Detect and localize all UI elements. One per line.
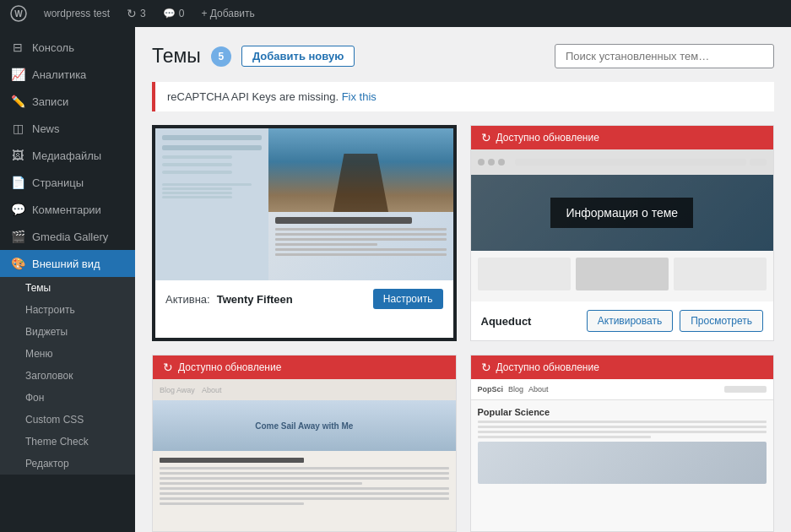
site-name[interactable]: wordpress test xyxy=(41,8,113,19)
analytics-icon: 📈 xyxy=(10,68,25,81)
pages-icon: 📄 xyxy=(10,176,25,189)
page-header: Темы 5 Добавить новую xyxy=(152,44,774,68)
svg-text:W: W xyxy=(14,9,23,19)
dashboard-icon: ⊟ xyxy=(10,41,25,54)
sidebar-item-analitika[interactable]: 📈 Аналитика xyxy=(0,61,135,88)
sidebar-item-media[interactable]: 🖼 Медиафайлы xyxy=(0,142,135,169)
preview-aqueduct-button[interactable]: Просмотреть xyxy=(680,310,763,332)
wp-logo-button[interactable]: W xyxy=(7,5,30,22)
sail-preview: Blog Away About Come Sail Away with Me xyxy=(153,379,456,531)
page-title: Темы xyxy=(152,45,201,68)
theme-card-sail: ↻ Доступно обновление Blog Away About Co… xyxy=(152,355,457,532)
sidebar-item-zapisi[interactable]: ✏️ Записи xyxy=(0,88,135,115)
theme-card-aqueduct: ↻ Доступно обновление Информация о xyxy=(470,125,775,341)
sidebar-item-news[interactable]: ◫ News xyxy=(0,115,135,142)
submenu-redaktor[interactable]: Редактор xyxy=(0,453,135,475)
sidebar-item-pages[interactable]: 📄 Страницы xyxy=(0,169,135,196)
theme-card-twenty-fifteen: Активна: Twenty Fifteen Настроить xyxy=(152,125,457,341)
update-banner-popsc: ↻ Доступно обновление xyxy=(471,356,774,379)
submenu-menyu[interactable]: Меню xyxy=(0,343,135,365)
submenu-fon[interactable]: Фон xyxy=(0,387,135,409)
update-banner-aqueduct: ↻ Доступно обновление xyxy=(471,126,774,149)
preview-sidebar xyxy=(155,128,268,280)
theme-name-aqueduct: Aqueduct xyxy=(481,315,580,328)
notice-bar: reCAPTCHA API Keys are missing. Fix this xyxy=(152,82,774,111)
aqueduct-footer: Aqueduct Активировать Просмотреть xyxy=(471,301,774,340)
refresh-icon-popsc: ↻ xyxy=(481,361,491,374)
submenu-custom-css[interactable]: Custom CSS xyxy=(0,409,135,431)
aqueduct-slider: Информация о теме xyxy=(471,175,774,251)
fix-this-link[interactable]: Fix this xyxy=(342,90,377,103)
sidebar: ⊟ Консоль 📈 Аналитика ✏️ Записи ◫ News 🖼… xyxy=(0,27,135,532)
add-new-button[interactable]: Добавить новую xyxy=(241,46,355,67)
twenty-fifteen-footer: Активна: Twenty Fifteen Настроить xyxy=(155,280,453,318)
submenu-theme-check[interactable]: Theme Check xyxy=(0,431,135,453)
main-content: Темы 5 Добавить новую reCAPTCHA API Keys… xyxy=(135,27,791,532)
refresh-icon-sail: ↻ xyxy=(163,361,173,374)
theme-card-popular-science: ↻ Доступно обновление PopSci Blog About … xyxy=(470,355,775,532)
theme-count-badge: 5 xyxy=(211,46,231,67)
popsc-image xyxy=(478,442,767,484)
active-label: Активна: xyxy=(165,293,210,306)
submenu-vidzhety[interactable]: Виджеты xyxy=(0,321,135,343)
appearance-icon: 🎨 xyxy=(10,257,25,270)
updates-icon: ↻ xyxy=(127,7,137,20)
aqueduct-preview: Информация о теме xyxy=(471,149,774,301)
gmedia-icon: 🎬 xyxy=(10,230,25,243)
appearance-submenu: Темы Настроить Виджеты Меню Заголовок Фо… xyxy=(0,277,135,475)
comments-menu-icon: 💬 xyxy=(10,203,25,216)
submenu-nastroit[interactable]: Настроить xyxy=(0,299,135,321)
sail-hero-text: Come Sail Away with Me xyxy=(255,421,353,431)
comments-button[interactable]: 💬 0 xyxy=(160,8,188,19)
top-bar: W wordpress test ↻ 3 💬 0 + Добавить xyxy=(0,0,791,27)
updates-button[interactable]: ↻ 3 xyxy=(123,7,149,20)
preview-main xyxy=(268,128,453,280)
search-input[interactable] xyxy=(555,44,774,68)
activate-aqueduct-button[interactable]: Активировать xyxy=(587,310,673,332)
news-icon: ◫ xyxy=(10,122,25,135)
pier-image xyxy=(268,128,453,212)
submenu-zagolovok[interactable]: Заголовок xyxy=(0,365,135,387)
submenu-temy[interactable]: Темы xyxy=(0,277,135,299)
popular-science-preview: PopSci Blog About Popular Science xyxy=(471,379,774,531)
sidebar-item-comments[interactable]: 💬 Комментарии xyxy=(0,196,135,223)
update-banner-sail: ↻ Доступно обновление xyxy=(153,356,456,379)
theme-name-twenty-fifteen: Twenty Fifteen xyxy=(217,293,366,306)
refresh-icon: ↻ xyxy=(481,131,491,144)
theme-grid: Активна: Twenty Fifteen Настроить ↻ Дост… xyxy=(152,125,774,532)
sidebar-item-konsol[interactable]: ⊟ Консоль xyxy=(0,34,135,61)
sidebar-item-gmedia[interactable]: 🎬 Gmedia Gallery xyxy=(0,223,135,250)
posts-icon: ✏️ xyxy=(10,95,25,108)
comments-icon: 💬 xyxy=(163,8,176,19)
add-new-top[interactable]: + Добавить xyxy=(198,8,257,19)
popsc-title: Popular Science xyxy=(478,407,767,417)
customize-button[interactable]: Настроить xyxy=(373,289,443,309)
twenty-fifteen-preview xyxy=(155,128,453,280)
overlay-info-text: Информация о теме xyxy=(550,198,693,228)
sidebar-item-vneshni[interactable]: 🎨 Внешний вид xyxy=(0,250,135,277)
media-icon: 🖼 xyxy=(10,149,25,162)
theme-info-overlay[interactable]: Информация о теме xyxy=(471,175,774,251)
sail-hero: Come Sail Away with Me xyxy=(153,400,456,451)
